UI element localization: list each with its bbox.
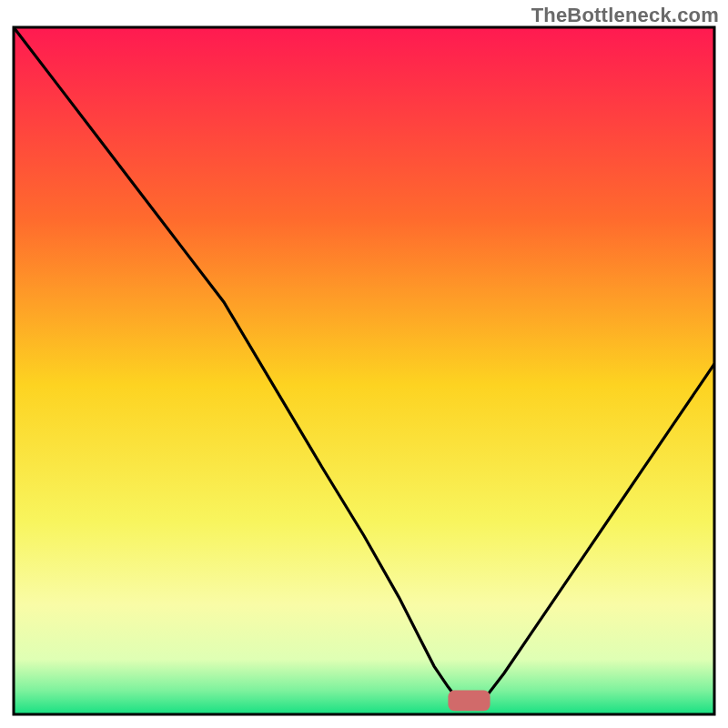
optimal-marker (448, 691, 490, 712)
chart-svg (0, 0, 728, 728)
gradient-background (14, 27, 714, 714)
watermark-text: TheBottleneck.com (531, 4, 719, 27)
bottleneck-chart: TheBottleneck.com (0, 0, 728, 728)
